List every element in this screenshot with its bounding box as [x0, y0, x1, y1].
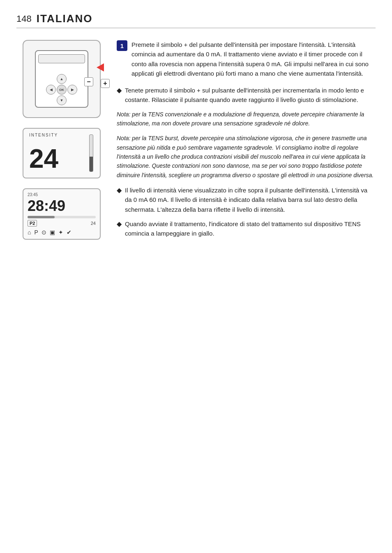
timer-display: 23:45 28:49 P2 24 ⌂ P ⊙ ▣ ✦ ✔	[23, 188, 101, 240]
device-illustration: + − ▲ ◀ OK ▶ ▼	[23, 40, 101, 118]
bullet-row-2: ◆ Il livello di intensità viene visualiz…	[117, 185, 376, 214]
nav-up[interactable]: ▲	[57, 74, 67, 84]
intensity-bar-container	[88, 134, 94, 172]
page-number: 148	[16, 14, 32, 24]
timer-info-row: P2 24	[28, 220, 96, 227]
language-title: ITALIANO	[37, 12, 93, 25]
right-column: 1 Premete il simbolo + del pulsante dell…	[117, 40, 376, 243]
intensity-label: INTENSITY	[29, 133, 58, 137]
intensity-bar-bg	[89, 134, 93, 172]
left-column: + − ▲ ◀ OK ▶ ▼ INTENSI	[16, 40, 107, 243]
clock-icon: ⊙	[42, 229, 46, 236]
bullet-text-2: Il livello di intensità viene visualizza…	[125, 185, 376, 214]
nav-ok[interactable]: OK	[57, 85, 67, 95]
bullet-text-3: Quando avviate il trattamento, l'indicat…	[125, 219, 376, 238]
nav-empty-1	[46, 74, 56, 84]
bullet-diamond-2: ◆	[117, 186, 122, 194]
step-block-1: 1 Premete il simbolo + del pulsante dell…	[117, 40, 376, 78]
note-text-1: Nota: per la TENS convenzionale e a modu…	[117, 110, 376, 128]
step-text-1: Premete il simbolo + del pulsante dell'i…	[131, 40, 376, 78]
highlight-arrow	[97, 63, 104, 72]
timer-main-time: 28:49	[28, 198, 96, 214]
timer-bar-fill	[28, 216, 55, 218]
program-icon: P	[34, 229, 38, 236]
nav-right[interactable]: ▶	[67, 85, 77, 95]
nav-empty-2	[67, 74, 77, 84]
step-row-1: 1 Premete il simbolo + del pulsante dell…	[117, 40, 376, 78]
timer-mini-time: 23:45	[28, 192, 96, 197]
timer-program: P2	[28, 220, 37, 227]
person-icon: ✦	[58, 229, 63, 236]
main-content: + − ▲ ◀ OK ▶ ▼ INTENSI	[16, 40, 376, 243]
timer-progress-bar	[28, 216, 96, 218]
device-screen	[38, 54, 85, 63]
bullet-diamond-3: ◆	[117, 220, 122, 228]
bullet-row-3: ◆ Quando avviate il trattamento, l'indic…	[117, 219, 376, 238]
minus-button[interactable]: −	[84, 77, 93, 86]
nav-empty-3	[46, 95, 56, 105]
device-nav: ▲ ◀ OK ▶ ▼	[46, 74, 77, 105]
nav-left[interactable]: ◀	[46, 85, 56, 95]
timer-icons-row: ⌂ P ⊙ ▣ ✦ ✔	[28, 229, 96, 236]
bullet-diamond-1: ◆	[117, 86, 122, 94]
device-inner: + − ▲ ◀ OK ▶ ▼	[35, 50, 88, 108]
plus-button[interactable]: +	[101, 79, 110, 88]
intensity-bar-fill	[90, 157, 93, 171]
intensity-display: INTENSITY 24	[23, 128, 101, 178]
note-text-2: Nota: per la TENS burst, dovete percepir…	[117, 134, 376, 180]
bookmark-icon: ▣	[50, 229, 55, 236]
bullet-text-1: Tenete premuto il simbolo + sul pulsante…	[125, 86, 376, 105]
nav-down[interactable]: ▼	[57, 95, 67, 105]
page-header: 148 ITALIANO	[16, 12, 376, 28]
check-icon: ✔	[67, 229, 71, 236]
timer-intensity-small: 24	[91, 221, 96, 226]
step-number-1: 1	[117, 40, 127, 51]
bullet-row-1: ◆ Tenete premuto il simbolo + sul pulsan…	[117, 86, 376, 105]
intensity-value: 24	[29, 146, 58, 172]
home-icon: ⌂	[28, 229, 31, 236]
nav-empty-4	[67, 95, 77, 105]
